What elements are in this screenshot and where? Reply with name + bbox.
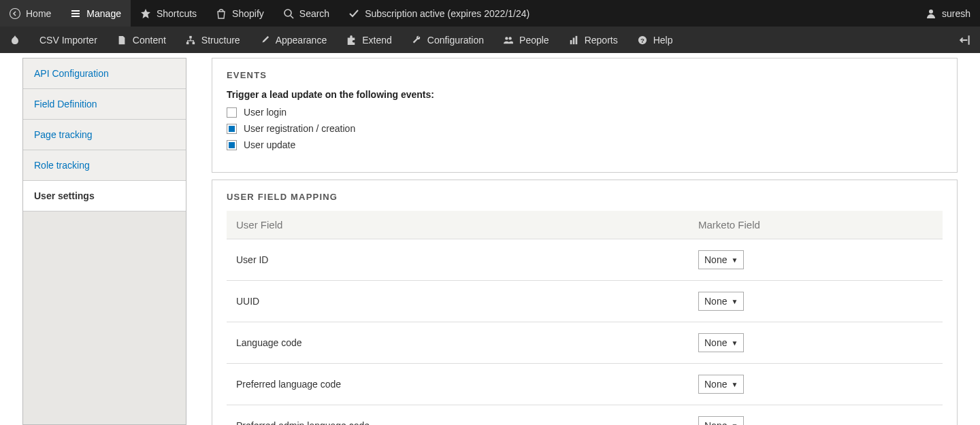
marketo-field-select[interactable]: None▼ xyxy=(698,375,744,394)
home-button[interactable]: Home xyxy=(0,0,61,27)
user-menu[interactable]: suresh xyxy=(916,0,980,27)
barchart-icon xyxy=(568,35,579,46)
marketo-field-select[interactable]: None▼ xyxy=(698,333,744,352)
menu-icon xyxy=(70,8,81,19)
appearance-label: Appearance xyxy=(276,35,327,46)
mapping-title: USER FIELD MAPPING xyxy=(227,192,943,202)
checkbox-label: User login xyxy=(244,107,287,118)
table-row: Language codeNone▼ xyxy=(227,322,943,364)
reports-label: Reports xyxy=(585,35,618,46)
user-field-label: UUID xyxy=(236,296,698,307)
chevron-down-icon: ▼ xyxy=(731,381,738,388)
search-icon xyxy=(283,8,294,19)
drupal-home-button[interactable] xyxy=(0,27,30,53)
back-icon xyxy=(10,8,20,19)
checkbox-row: User login xyxy=(227,107,943,118)
table-row: UUIDNone▼ xyxy=(227,281,943,322)
events-panel: EVENTS Trigger a lead update on the foll… xyxy=(212,58,958,173)
checkbox-row: User update xyxy=(227,139,943,150)
th-user-field: User Field xyxy=(236,219,698,231)
subscription-status[interactable]: Subscription active (expires 2022/1/24) xyxy=(339,0,539,27)
user-field-label: User ID xyxy=(236,254,698,265)
chevron-down-icon: ▼ xyxy=(731,256,738,264)
help-link[interactable]: ? Help xyxy=(627,27,683,53)
mapping-panel: USER FIELD MAPPING User Field Marketo Fi… xyxy=(212,180,958,425)
checkbox[interactable] xyxy=(227,124,237,134)
help-label: Help xyxy=(653,35,673,46)
chevron-down-icon: ▼ xyxy=(731,298,738,305)
manage-label: Manage xyxy=(86,8,121,19)
structure-link[interactable]: Structure xyxy=(176,27,250,53)
people-link[interactable]: People xyxy=(493,27,559,53)
svg-rect-9 xyxy=(572,37,574,44)
bag-icon xyxy=(216,8,227,19)
checkbox[interactable] xyxy=(227,140,237,150)
top-toolbar: Home Manage Shortcuts Shopify Search Sub… xyxy=(0,0,980,27)
shortcuts-label: Shortcuts xyxy=(157,8,197,19)
svg-rect-4 xyxy=(186,41,189,44)
svg-point-7 xyxy=(509,37,512,39)
svg-rect-8 xyxy=(570,40,572,44)
star-icon xyxy=(140,8,151,19)
user-icon xyxy=(926,8,936,19)
reports-link[interactable]: Reports xyxy=(559,27,627,53)
sidebar-tab[interactable]: Page tracking xyxy=(23,120,186,150)
admin-menubar: CSV Importer Content Structure Appearanc… xyxy=(0,27,980,53)
shopify-button[interactable]: Shopify xyxy=(206,0,274,27)
check-icon xyxy=(348,8,359,19)
sidebar-tab[interactable]: Field Definition xyxy=(23,89,186,120)
svg-point-1 xyxy=(284,10,291,16)
checkbox-label: User update xyxy=(244,139,295,150)
puzzle-icon xyxy=(346,35,357,46)
content-label: Content xyxy=(133,35,166,46)
csv-importer-label: CSV Importer xyxy=(39,35,97,46)
marketo-field-select[interactable]: None▼ xyxy=(698,416,744,425)
structure-label: Structure xyxy=(201,35,240,46)
marketo-field-select[interactable]: None▼ xyxy=(698,250,744,269)
collapse-icon[interactable] xyxy=(959,34,971,46)
shortcuts-button[interactable]: Shortcuts xyxy=(131,0,206,27)
home-label: Home xyxy=(26,8,51,19)
user-field-label: Language code xyxy=(236,337,698,348)
tabs-sidebar: API ConfigurationField DefinitionPage tr… xyxy=(22,58,186,425)
extend-link[interactable]: Extend xyxy=(336,27,402,53)
brush-icon xyxy=(259,35,270,46)
mapping-table: User Field Marketo Field User IDNone▼UUI… xyxy=(227,211,943,425)
marketo-field-cell: None▼ xyxy=(698,375,933,394)
help-icon: ? xyxy=(637,35,648,46)
search-button[interactable]: Search xyxy=(274,0,339,27)
extend-label: Extend xyxy=(362,35,392,46)
select-value: None xyxy=(704,337,727,348)
people-label: People xyxy=(519,35,549,46)
file-icon xyxy=(116,35,127,46)
events-desc: Trigger a lead update on the following e… xyxy=(227,89,943,100)
marketo-field-select[interactable]: None▼ xyxy=(698,292,744,311)
select-value: None xyxy=(704,296,727,307)
svg-point-0 xyxy=(10,8,20,18)
svg-rect-10 xyxy=(575,35,577,44)
svg-rect-5 xyxy=(192,41,195,44)
drupal-icon xyxy=(10,35,20,46)
shopify-label: Shopify xyxy=(232,8,264,19)
marketo-field-cell: None▼ xyxy=(698,416,933,425)
svg-point-2 xyxy=(929,10,933,14)
manage-button[interactable]: Manage xyxy=(61,0,131,27)
sidebar-tab[interactable]: User settings xyxy=(23,181,186,211)
configuration-label: Configuration xyxy=(427,35,484,46)
checkbox[interactable] xyxy=(227,107,237,118)
table-row: Preferred language codeNone▼ xyxy=(227,364,943,405)
username-label: suresh xyxy=(942,8,970,19)
content-link[interactable]: Content xyxy=(107,27,176,53)
search-label: Search xyxy=(299,8,329,19)
sidebar-tab[interactable]: API Configuration xyxy=(23,58,186,89)
table-row: User IDNone▼ xyxy=(227,239,943,281)
configuration-link[interactable]: Configuration xyxy=(402,27,493,53)
content-area: API ConfigurationField DefinitionPage tr… xyxy=(0,53,980,425)
user-field-label: Preferred admin language code xyxy=(236,420,698,425)
sidebar-tab[interactable]: Role tracking xyxy=(23,150,186,181)
appearance-link[interactable]: Appearance xyxy=(250,27,337,53)
events-title: EVENTS xyxy=(227,70,943,80)
marketo-field-cell: None▼ xyxy=(698,292,933,311)
csv-importer-link[interactable]: CSV Importer xyxy=(30,27,107,53)
select-value: None xyxy=(704,379,727,390)
